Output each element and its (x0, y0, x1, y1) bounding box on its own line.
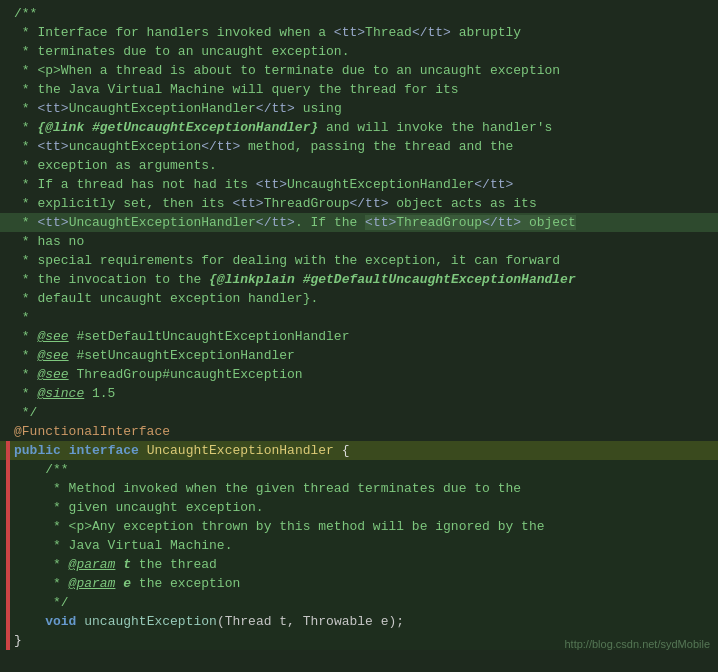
code-line: * <tt>uncaughtException</tt> method, pas… (0, 137, 718, 156)
line-gutter (6, 289, 10, 308)
line-gutter (6, 422, 10, 441)
code-line: */ (0, 403, 718, 422)
line-gutter (6, 384, 10, 403)
line-gutter (6, 270, 10, 289)
code-line: * Method invoked when the given thread t… (0, 479, 718, 498)
line-gutter-red (6, 536, 10, 555)
line-gutter (6, 194, 10, 213)
code-content: /** (14, 4, 710, 23)
code-content: * (14, 308, 710, 327)
code-line: /** (0, 4, 718, 23)
line-gutter (6, 61, 10, 80)
code-line: * @param t the thread (0, 555, 718, 574)
line-gutter (6, 213, 10, 232)
code-line: * @see #setUncaughtExceptionHandler (0, 346, 718, 365)
code-line: void uncaughtException(Thread t, Throwab… (0, 612, 718, 631)
line-gutter (6, 118, 10, 137)
code-content: */ (14, 593, 710, 612)
line-gutter-red (6, 593, 10, 612)
code-content: * has no (14, 232, 710, 251)
code-line: * @see ThreadGroup#uncaughtException (0, 365, 718, 384)
code-line: * <p>When a thread is about to terminate… (0, 61, 718, 80)
code-line: * Interface for handlers invoked when a … (0, 23, 718, 42)
code-content: * If a thread has not had its <tt>Uncaug… (14, 175, 710, 194)
code-line: * special requirements for dealing with … (0, 251, 718, 270)
code-line: * If a thread has not had its <tt>Uncaug… (0, 175, 718, 194)
code-content: * <p>When a thread is about to terminate… (14, 61, 710, 80)
code-content: * given uncaught exception. (14, 498, 710, 517)
code-content: /** (14, 460, 710, 479)
code-line: */ (0, 593, 718, 612)
code-line: /** (0, 460, 718, 479)
line-gutter (6, 99, 10, 118)
code-line: * the invocation to the {@linkplain #get… (0, 270, 718, 289)
code-content: * default uncaught exception handler}. (14, 289, 710, 308)
line-gutter (6, 137, 10, 156)
code-content: * exception as arguments. (14, 156, 710, 175)
code-content: * @param e the exception (14, 574, 710, 593)
code-line: * Java Virtual Machine. (0, 536, 718, 555)
code-content: * {@link #getUncaughtExceptionHandler} a… (14, 118, 710, 137)
watermark: http://blog.csdn.net/sydMobile (564, 638, 710, 650)
line-gutter (6, 365, 10, 384)
line-gutter (6, 42, 10, 61)
line-gutter (6, 251, 10, 270)
code-content: * terminates due to an uncaught exceptio… (14, 42, 710, 61)
line-gutter (6, 175, 10, 194)
line-gutter-red (6, 612, 10, 631)
code-content: * Java Virtual Machine. (14, 536, 710, 555)
code-line: * default uncaught exception handler}. (0, 289, 718, 308)
code-content: * <tt>UncaughtExceptionHandler</tt>. If … (14, 213, 710, 232)
line-gutter-red (6, 441, 10, 460)
line-gutter (6, 23, 10, 42)
code-line: * <p>Any exception thrown by this method… (0, 517, 718, 536)
code-content: * Method invoked when the given thread t… (14, 479, 710, 498)
code-line: * (0, 308, 718, 327)
line-gutter-red (6, 555, 10, 574)
code-content: * <p>Any exception thrown by this method… (14, 517, 710, 536)
code-content: * @see #setUncaughtExceptionHandler (14, 346, 710, 365)
code-line: * exception as arguments. (0, 156, 718, 175)
line-gutter (6, 4, 10, 23)
code-line: * {@link #getUncaughtExceptionHandler} a… (0, 118, 718, 137)
code-content: * the Java Virtual Machine will query th… (14, 80, 710, 99)
code-line: * explicitly set, then its <tt>ThreadGro… (0, 194, 718, 213)
line-gutter (6, 403, 10, 422)
code-content: * <tt>UncaughtExceptionHandler</tt> usin… (14, 99, 710, 118)
code-line: * <tt>UncaughtExceptionHandler</tt>. If … (0, 213, 718, 232)
code-content: * the invocation to the {@linkplain #get… (14, 270, 710, 289)
line-gutter (6, 346, 10, 365)
code-content: * @since 1.5 (14, 384, 710, 403)
code-line: * @see #setDefaultUncaughtExceptionHandl… (0, 327, 718, 346)
code-line: * has no (0, 232, 718, 251)
code-content: * @param t the thread (14, 555, 710, 574)
line-gutter (6, 327, 10, 346)
line-gutter (6, 156, 10, 175)
code-content: */ (14, 403, 710, 422)
code-content: * special requirements for dealing with … (14, 251, 710, 270)
code-content: * explicitly set, then its <tt>ThreadGro… (14, 194, 710, 213)
line-gutter-red (6, 574, 10, 593)
code-line: * @param e the exception (0, 574, 718, 593)
line-gutter-red (6, 498, 10, 517)
code-content: public interface UncaughtExceptionHandle… (14, 441, 710, 460)
line-gutter-red (6, 517, 10, 536)
code-content: * @see ThreadGroup#uncaughtException (14, 365, 710, 384)
line-gutter-red (6, 460, 10, 479)
code-content: @FunctionalInterface (14, 422, 710, 441)
line-gutter (6, 232, 10, 251)
code-line: * <tt>UncaughtExceptionHandler</tt> usin… (0, 99, 718, 118)
code-line: * the Java Virtual Machine will query th… (0, 80, 718, 99)
code-editor: /** * Interface for handlers invoked whe… (0, 0, 718, 654)
code-line: @FunctionalInterface (0, 422, 718, 441)
code-line: * terminates due to an uncaught exceptio… (0, 42, 718, 61)
code-line: * given uncaught exception. (0, 498, 718, 517)
code-line-interface: public interface UncaughtExceptionHandle… (0, 441, 718, 460)
code-content: * <tt>uncaughtException</tt> method, pas… (14, 137, 710, 156)
code-content: * Interface for handlers invoked when a … (14, 23, 710, 42)
line-gutter (6, 308, 10, 327)
code-content: * @see #setDefaultUncaughtExceptionHandl… (14, 327, 710, 346)
line-gutter-red (6, 631, 10, 650)
code-content: void uncaughtException(Thread t, Throwab… (14, 612, 710, 631)
line-gutter (6, 80, 10, 99)
